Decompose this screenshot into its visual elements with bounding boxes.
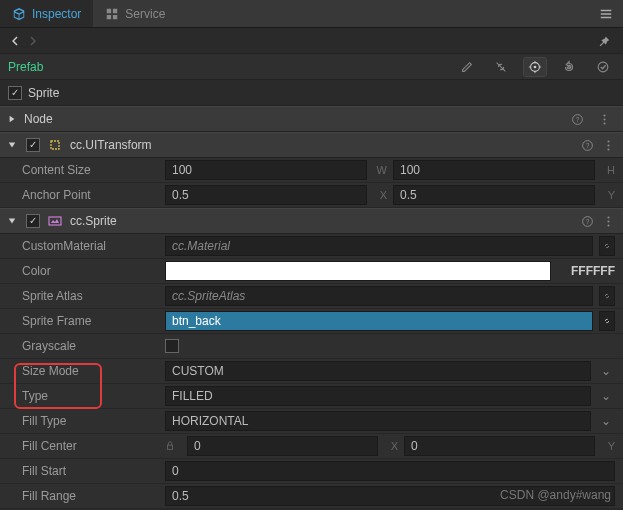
node-active-checkbox[interactable] bbox=[8, 86, 22, 100]
fill-type-select[interactable]: HORIZONTAL bbox=[165, 411, 591, 431]
fill-center-x-input[interactable] bbox=[187, 436, 378, 456]
component-header-uitransform[interactable]: cc.UITransform ? bbox=[0, 132, 623, 158]
prop-label: Color bbox=[22, 264, 157, 278]
prefab-row: Prefab bbox=[0, 54, 623, 80]
grid-icon bbox=[105, 7, 119, 21]
component-enabled-checkbox[interactable] bbox=[26, 138, 40, 152]
prop-label: Fill Range bbox=[22, 489, 157, 503]
help-button[interactable]: ? bbox=[581, 139, 594, 152]
prop-label: Anchor Point bbox=[22, 188, 157, 202]
svg-rect-20 bbox=[168, 445, 173, 449]
section-title: Node bbox=[24, 112, 53, 126]
lock-icon bbox=[165, 441, 179, 451]
axis-label: H bbox=[601, 164, 615, 176]
svg-text:?: ? bbox=[586, 141, 590, 148]
svg-point-7 bbox=[603, 122, 605, 124]
prop-grayscale: Grayscale bbox=[0, 334, 623, 359]
prop-label: Type bbox=[22, 389, 157, 403]
fill-start-input[interactable] bbox=[165, 461, 615, 481]
select-value: FILLED bbox=[172, 389, 213, 403]
svg-point-5 bbox=[603, 114, 605, 116]
svg-text:?: ? bbox=[576, 115, 580, 122]
asset-link-button[interactable] bbox=[599, 311, 615, 331]
component-title: cc.Sprite bbox=[70, 214, 117, 228]
pin-button[interactable] bbox=[591, 34, 617, 48]
cube-icon bbox=[12, 7, 26, 21]
component-enabled-checkbox[interactable] bbox=[26, 214, 40, 228]
help-button[interactable]: ? bbox=[581, 215, 594, 228]
svg-point-13 bbox=[607, 148, 609, 150]
svg-point-1 bbox=[534, 65, 537, 68]
fill-center-y-input[interactable] bbox=[404, 436, 595, 456]
chevron-down-icon bbox=[8, 217, 18, 225]
prop-label: Fill Type bbox=[22, 414, 157, 428]
component-header-sprite[interactable]: cc.Sprite ? bbox=[0, 208, 623, 234]
node-name[interactable]: Sprite bbox=[28, 86, 59, 100]
nav-row bbox=[0, 28, 623, 54]
tab-service[interactable]: Service bbox=[93, 0, 177, 27]
axis-label: Y bbox=[601, 189, 615, 201]
node-name-row: Sprite bbox=[0, 80, 623, 106]
chevron-down-icon bbox=[8, 141, 18, 149]
color-hex: FFFFFF bbox=[557, 264, 615, 278]
chevron-down-icon: ⌄ bbox=[597, 414, 615, 428]
prefab-label: Prefab bbox=[8, 60, 43, 74]
svg-rect-14 bbox=[49, 217, 61, 225]
anchor-x-input[interactable] bbox=[165, 185, 367, 205]
grayscale-checkbox[interactable] bbox=[165, 339, 179, 353]
svg-point-2 bbox=[598, 62, 608, 72]
tab-bar: Inspector Service bbox=[0, 0, 623, 28]
svg-point-6 bbox=[603, 118, 605, 120]
chevron-down-icon: ⌄ bbox=[597, 389, 615, 403]
asset-link-button[interactable] bbox=[599, 286, 615, 306]
prop-label: Fill Center bbox=[22, 439, 157, 453]
tab-inspector[interactable]: Inspector bbox=[0, 0, 93, 27]
prop-fill-start: Fill Start bbox=[0, 459, 623, 484]
svg-text:?: ? bbox=[586, 217, 590, 224]
prop-label: Sprite Atlas bbox=[22, 289, 157, 303]
prefab-unlink-button[interactable] bbox=[489, 57, 513, 77]
panel-menu-button[interactable] bbox=[589, 7, 623, 21]
prop-fill-center: Fill Center X Y bbox=[0, 434, 623, 459]
prop-fill-type: Fill Type HORIZONTAL ⌄ bbox=[0, 409, 623, 434]
nav-forward-button[interactable] bbox=[24, 32, 42, 50]
prop-custom-material: CustomMaterial cc.Material bbox=[0, 234, 623, 259]
more-button[interactable] bbox=[594, 113, 615, 126]
asset-link-button[interactable] bbox=[599, 236, 615, 256]
watermark: CSDN @andy#wang bbox=[500, 488, 611, 502]
color-swatch[interactable] bbox=[165, 261, 551, 281]
content-size-w-input[interactable] bbox=[165, 160, 367, 180]
axis-label: X bbox=[373, 189, 387, 201]
prop-anchor-point: Anchor Point X Y bbox=[0, 183, 623, 208]
sprite-icon bbox=[48, 214, 62, 228]
sprite-atlas-field[interactable]: cc.SpriteAtlas bbox=[165, 286, 593, 306]
prefab-edit-button[interactable] bbox=[455, 57, 479, 77]
prop-color: Color FFFFFF bbox=[0, 259, 623, 284]
component-title: cc.UITransform bbox=[70, 138, 152, 152]
help-button[interactable]: ? bbox=[567, 113, 588, 126]
anchor-y-input[interactable] bbox=[393, 185, 595, 205]
prop-content-size: Content Size W H bbox=[0, 158, 623, 183]
prefab-revert-button[interactable] bbox=[557, 57, 581, 77]
chevron-down-icon: ⌄ bbox=[597, 364, 615, 378]
prefab-apply-button[interactable] bbox=[591, 57, 615, 77]
tab-label: Inspector bbox=[32, 7, 81, 21]
size-mode-select[interactable]: CUSTOM bbox=[165, 361, 591, 381]
svg-rect-8 bbox=[51, 141, 59, 149]
more-button[interactable] bbox=[602, 215, 615, 228]
node-section-header[interactable]: Node ? bbox=[0, 106, 623, 132]
prefab-locate-button[interactable] bbox=[523, 57, 547, 77]
prop-label: CustomMaterial bbox=[22, 239, 157, 253]
custom-material-field[interactable]: cc.Material bbox=[165, 236, 593, 256]
type-select[interactable]: FILLED bbox=[165, 386, 591, 406]
svg-point-19 bbox=[607, 224, 609, 226]
prop-type: Type FILLED ⌄ bbox=[0, 384, 623, 409]
content-size-h-input[interactable] bbox=[393, 160, 595, 180]
transform-icon bbox=[48, 138, 62, 152]
prop-label: Size Mode bbox=[22, 364, 157, 378]
sprite-frame-field[interactable]: btn_back bbox=[165, 311, 593, 331]
nav-back-button[interactable] bbox=[6, 32, 24, 50]
select-value: CUSTOM bbox=[172, 364, 224, 378]
more-button[interactable] bbox=[602, 139, 615, 152]
prop-label: Content Size bbox=[22, 163, 157, 177]
